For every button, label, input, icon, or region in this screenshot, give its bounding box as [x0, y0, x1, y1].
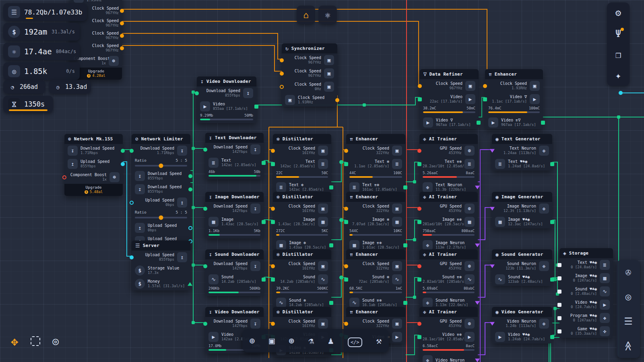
port-pt[interactable]	[490, 322, 495, 325]
chip-icon[interactable]: ▣	[324, 68, 334, 78]
chip-icon[interactable]: ▣	[324, 55, 334, 65]
sound-icon[interactable]: ∿	[276, 298, 286, 308]
port-gs[interactable]	[329, 185, 333, 189]
ai-trainer-video-header[interactable]: ❉AI Trainer	[419, 307, 478, 317]
port-gs[interactable]	[344, 220, 348, 224]
port-gt[interactable]	[188, 282, 192, 286]
upload-icon[interactable]: ↥	[177, 197, 187, 208]
program-icon[interactable]: ❖	[600, 313, 610, 323]
port-rh[interactable]	[62, 175, 66, 179]
port-gs[interactable]	[329, 301, 333, 305]
neuron-icon[interactable]: ❉	[539, 146, 549, 156]
video-icon[interactable]: ▶	[600, 300, 610, 310]
port-g[interactable]	[121, 149, 125, 153]
achievements-button[interactable]: Ψ	[615, 29, 621, 39]
game-icon[interactable]: ✜	[600, 326, 610, 336]
chip-icon[interactable]: ▣	[318, 146, 328, 156]
port-pt[interactable]	[490, 264, 495, 268]
port-g[interactable]	[203, 322, 207, 326]
sound-icon[interactable]: ∿	[349, 298, 359, 308]
synchronizer[interactable]: ↻SynchronizerClock Speed967YHz▣Clock Spe…	[282, 43, 337, 107]
neuron-icon[interactable]: ❉	[539, 204, 549, 214]
chip-icon[interactable]: ▣	[392, 146, 402, 156]
video-icon[interactable]: ▶	[423, 117, 433, 128]
home-button[interactable]: ⌂	[297, 6, 315, 24]
data-refiner[interactable]: ∇Data RefinerClock Speed967YHz▣Video22ac…	[420, 69, 479, 129]
synchronizer-header[interactable]: ↻Synchronizer	[282, 43, 337, 53]
port-ws[interactable]	[557, 276, 561, 280]
neuron-icon[interactable]: ❉	[539, 261, 549, 271]
port-o[interactable]	[483, 84, 487, 88]
video-icon[interactable]: ▶	[392, 332, 402, 342]
port-o[interactable]	[344, 149, 348, 153]
image-icon[interactable]: ▦	[349, 240, 359, 250]
port-gs[interactable]	[403, 243, 407, 247]
port-pt[interactable]	[490, 207, 495, 210]
download-icon[interactable]: ↧	[250, 261, 260, 271]
port-o[interactable]	[280, 58, 284, 62]
upload-icon[interactable]: ↥	[135, 223, 145, 233]
image-icon[interactable]: ▦	[464, 217, 475, 227]
image-icon[interactable]: ▦	[495, 217, 505, 227]
sound-icon[interactable]: ∿	[464, 274, 475, 284]
port-g[interactable]	[203, 207, 207, 211]
enhancer-sound-header[interactable]: ⇈Enhancer	[346, 249, 405, 259]
port-gs[interactable]	[262, 220, 266, 224]
port-gs[interactable]	[550, 278, 554, 282]
port-pt[interactable]	[475, 185, 480, 189]
port-gs[interactable]	[417, 278, 421, 282]
enhancer-text-header[interactable]: ⇈Enhancer	[346, 134, 405, 144]
enhancer-sound[interactable]: ⇈EnhancerClock Speed322YHz▣Sound ✻72ac […	[346, 249, 405, 309]
network-limiter[interactable]: ⊘Network LimiterDownload Speed1.71Rbps↧R…	[132, 134, 190, 248]
distillator-video-header[interactable]: ✻Distillator	[273, 307, 331, 317]
workshop-tab[interactable]: ⚒	[376, 336, 382, 346]
distillator-sound[interactable]: ✻DistillatorClock Speed161YHz▣Sound14.2a…	[273, 249, 331, 309]
port-gs[interactable]	[550, 220, 554, 224]
milestones-button[interactable]: ✦	[615, 71, 621, 80]
research-button[interactable]: ⚛	[318, 6, 337, 24]
circle-tool[interactable]: ◎	[47, 332, 64, 350]
doc-icon[interactable]: ≣	[318, 159, 328, 169]
port-gs[interactable]	[417, 335, 421, 339]
port-o[interactable]	[271, 207, 275, 211]
chip-icon[interactable]: ▣	[530, 81, 540, 91]
port-gs[interactable]	[483, 97, 487, 101]
research-tab[interactable]: ⚗	[308, 336, 314, 346]
server-header[interactable]: ☰Server	[132, 241, 190, 251]
port-gs[interactable]	[344, 278, 348, 282]
port-ch[interactable]	[188, 226, 192, 230]
image-icon[interactable]: ▦	[392, 217, 402, 227]
port-r[interactable]	[417, 264, 421, 268]
video-downloader-bottom-header[interactable]: ↧Video Downloader	[205, 307, 264, 317]
video-downloader-top[interactable]: ↧Video DownloaderDownload Speed855Ybps↧▶…	[197, 76, 256, 123]
ratio-track[interactable]	[135, 165, 187, 167]
port-gs[interactable]	[403, 185, 407, 189]
ai-trainer-text-header[interactable]: ❉AI Trainer	[419, 134, 478, 144]
doc-icon[interactable]: ≣	[600, 260, 610, 270]
download-icon[interactable]: ↧	[135, 184, 145, 194]
select-tool[interactable]	[27, 332, 44, 350]
chip-icon[interactable]: ▣	[392, 319, 402, 329]
port-pt[interactable]	[475, 243, 480, 247]
image-downloader[interactable]: ↧Image DownloaderDownload Speed142Ybps↧▦…	[205, 192, 264, 239]
distillator-sound-header[interactable]: ✻Distillator	[273, 249, 331, 259]
text-downloader-header[interactable]: ↧Text Downloader	[205, 133, 264, 143]
staff-tab[interactable]: ♟	[328, 336, 334, 346]
text-generator-header[interactable]: ◉Text Generator	[492, 134, 552, 144]
settings-button[interactable]: ⚙	[615, 8, 621, 18]
image-icon[interactable]: ▦	[208, 217, 219, 227]
sound-downloader-header[interactable]: ↧Sound Downloader	[205, 249, 264, 259]
port-c[interactable]	[121, 162, 125, 166]
port-gs[interactable]	[550, 335, 554, 339]
port-ws[interactable]	[557, 290, 561, 294]
chip-icon[interactable]: ▣	[465, 81, 475, 91]
neuron-icon[interactable]: ❉	[423, 182, 433, 192]
sound-icon[interactable]: ∿	[208, 274, 219, 284]
download-icon[interactable]: ↧	[243, 88, 253, 98]
port-oh[interactable]	[280, 85, 284, 89]
port-g[interactable]	[195, 91, 199, 95]
port-g[interactable]	[188, 187, 192, 191]
chip-icon[interactable]: ▣	[285, 95, 295, 105]
image-icon[interactable]: ▦	[318, 217, 328, 227]
image-generator[interactable]: ◉Image GeneratorImage Neuron12.3t [1.13b…	[492, 192, 552, 228]
